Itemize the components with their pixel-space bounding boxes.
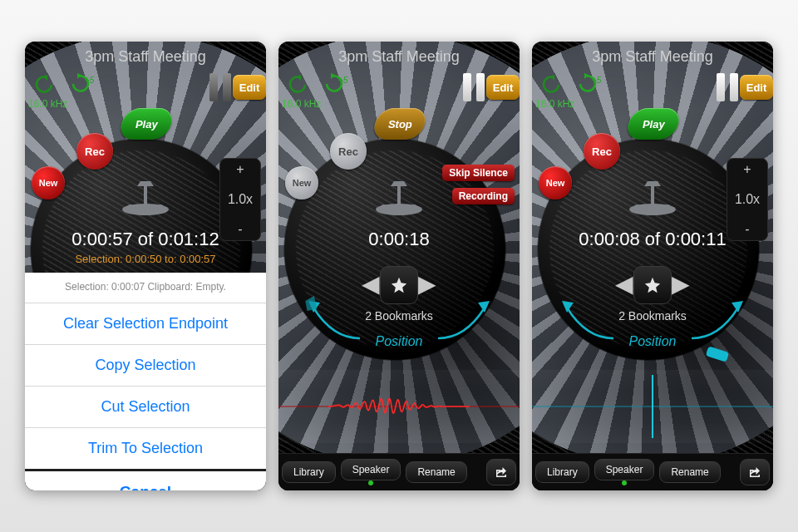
svg-point-20: [656, 208, 663, 214]
phone-screen-recording: 3pm Staff Meeting +5 16.0 kHz Edit Stop …: [278, 42, 520, 490]
skip-forward-icon[interactable]: +5: [575, 73, 603, 96]
speed-value: 1.0x: [228, 192, 253, 207]
svg-point-3: [127, 204, 134, 211]
active-indicator-icon: [622, 480, 627, 485]
svg-point-21: [664, 204, 671, 211]
rename-button[interactable]: Rename: [659, 461, 720, 483]
skip-forward-icon[interactable]: +5: [322, 73, 350, 96]
sample-rate: 16.0 kHz: [28, 98, 67, 110]
svg-rect-9: [397, 185, 401, 206]
rename-button[interactable]: Rename: [406, 461, 466, 483]
edit-action-sheet: Selection: 0:00:07 Clipboard: Empty. Cle…: [25, 273, 266, 490]
waveform[interactable]: [532, 370, 773, 443]
svg-text:+5: +5: [592, 76, 602, 85]
skip-back-icon[interactable]: [285, 75, 308, 96]
library-button[interactable]: Library: [535, 461, 589, 483]
skip-back-icon[interactable]: [32, 75, 55, 96]
waveform[interactable]: [278, 370, 520, 443]
edit-button[interactable]: Edit: [486, 75, 520, 100]
pause-icon[interactable]: [209, 73, 231, 101]
skip-forward-icon[interactable]: +5: [68, 73, 96, 96]
recording-title: 3pm Staff Meeting: [532, 48, 773, 66]
sheet-cut-selection[interactable]: Cut Selection: [25, 387, 266, 428]
pause-icon[interactable]: [463, 73, 485, 101]
position-label: Position: [629, 334, 677, 349]
new-button[interactable]: New: [32, 166, 65, 200]
svg-point-12: [402, 208, 409, 214]
active-indicator-icon: [368, 480, 373, 485]
rec-button[interactable]: Rec: [330, 133, 367, 170]
bottom-toolbar: Library Speaker Rename: [278, 453, 520, 490]
recording-title: 3pm Staff Meeting: [278, 48, 520, 66]
pause-icon[interactable]: [717, 73, 738, 101]
sheet-cancel[interactable]: Cancel: [25, 469, 266, 490]
sheet-copy-selection[interactable]: Copy Selection: [25, 345, 266, 387]
conference-mic-icon: [116, 176, 175, 216]
speaker-button[interactable]: Speaker: [341, 459, 401, 480]
svg-point-19: [643, 208, 649, 214]
bookmark-button[interactable]: [380, 266, 418, 304]
svg-point-13: [411, 204, 417, 211]
conference-mic-icon: [623, 176, 682, 216]
svg-point-6: [157, 204, 164, 211]
edit-button[interactable]: Edit: [740, 75, 773, 100]
svg-point-18: [634, 204, 641, 211]
svg-point-11: [389, 208, 396, 214]
skip-silence-badge[interactable]: Skip Silence: [442, 165, 515, 181]
speed-plus[interactable]: +: [236, 162, 244, 177]
sheet-trim-to-selection[interactable]: Trim To Selection: [25, 428, 266, 470]
svg-point-5: [149, 208, 155, 214]
rec-button[interactable]: Rec: [76, 133, 113, 170]
speed-value: 1.0x: [735, 192, 760, 207]
sheet-clear-selection-endpoint[interactable]: Clear Selection Endpoint: [25, 303, 266, 345]
sheet-info: Selection: 0:00:07 Clipboard: Empty.: [25, 273, 266, 303]
svg-rect-2: [144, 185, 147, 206]
new-button[interactable]: New: [539, 166, 572, 200]
svg-text:+5: +5: [338, 76, 348, 85]
bookmark-button[interactable]: [633, 266, 672, 304]
share-button[interactable]: [740, 459, 770, 485]
speed-plus[interactable]: +: [743, 162, 751, 177]
skip-back-icon[interactable]: [539, 75, 562, 96]
rec-button[interactable]: Rec: [584, 133, 620, 170]
conference-mic-icon: [369, 176, 429, 216]
time-display: 0:00:57 of 0:01:12: [25, 229, 266, 250]
position-arrow-right-icon: [428, 293, 495, 359]
svg-point-4: [135, 208, 142, 214]
sample-rate: 16.0 kHz: [282, 98, 321, 110]
selection-display: Selection: 0:00:50 to: 0:00:57: [25, 253, 266, 265]
sample-rate: 16.0 kHz: [535, 98, 574, 110]
library-button[interactable]: Library: [282, 461, 336, 483]
svg-point-10: [381, 204, 387, 211]
position-arrow-left-icon: [303, 293, 370, 359]
phone-screen-edit-sheet: 3pm Staff Meeting +5 16.0 kHz Edit Play …: [25, 42, 266, 490]
position-label: Position: [376, 334, 423, 349]
svg-rect-17: [651, 185, 654, 206]
position-arrow-left-icon: [557, 293, 623, 359]
new-button[interactable]: New: [285, 166, 318, 200]
time-display: 0:00:08 of 0:00:11: [532, 229, 773, 250]
bottom-toolbar: Library Speaker Rename: [532, 453, 773, 490]
edit-button[interactable]: Edit: [233, 75, 266, 100]
recording-title: 3pm Staff Meeting: [25, 48, 266, 66]
speaker-button[interactable]: Speaker: [594, 459, 655, 480]
time-display: 0:00:18: [278, 229, 520, 250]
recording-badge: Recording: [452, 188, 515, 204]
share-button[interactable]: [486, 459, 516, 485]
svg-text:+5: +5: [85, 76, 95, 85]
phone-screen-playback: 3pm Staff Meeting +5 16.0 kHz Edit Play …: [532, 42, 773, 490]
